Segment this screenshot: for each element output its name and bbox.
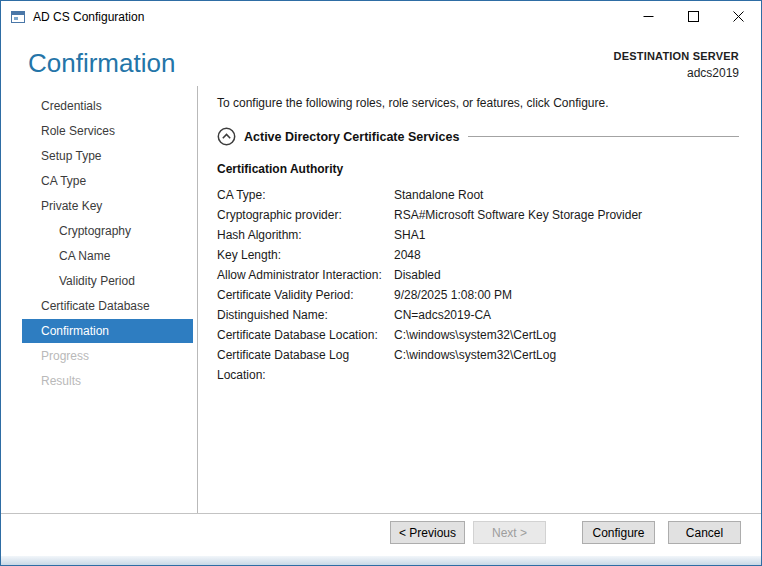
detail-value: C:\windows\system32\CertLog <box>394 345 739 385</box>
section-title: Active Directory Certificate Services <box>244 130 459 144</box>
wizard-footer: < PreviousNext >ConfigureCancel <box>1 513 761 556</box>
detail-row: CA Type:Standalone Root <box>217 185 739 205</box>
detail-value: CN=adcs2019-CA <box>394 305 739 325</box>
close-button[interactable] <box>716 1 761 32</box>
wizard-body: CredentialsRole ServicesSetup TypeCA Typ… <box>1 86 761 513</box>
detail-value: 2048 <box>394 245 739 265</box>
destination-server-label: DESTINATION SERVER <box>614 50 739 62</box>
configure-button[interactable]: Configure <box>582 521 655 544</box>
maximize-icon <box>688 11 699 22</box>
next-button: Next > <box>473 521 546 544</box>
intro-text: To configure the following roles, role s… <box>217 96 739 110</box>
detail-label: Key Length: <box>217 245 394 265</box>
main-content: To configure the following roles, role s… <box>198 86 761 513</box>
details-list: CA Type:Standalone RootCryptographic pro… <box>217 185 739 385</box>
footer-buttons: < PreviousNext >ConfigureCancel <box>390 521 741 544</box>
detail-label: Hash Algorithm: <box>217 225 394 245</box>
sidebar-item-credentials[interactable]: Credentials <box>1 94 193 118</box>
detail-value: 9/28/2025 1:08:00 PM <box>394 285 739 305</box>
sidebar-item-cryptography[interactable]: Cryptography <box>1 219 193 243</box>
detail-label: CA Type: <box>217 185 394 205</box>
server-name: adcs2019 <box>614 66 739 80</box>
wizard-header: Confirmation DESTINATION SERVER adcs2019 <box>1 32 761 86</box>
sidebar-item-validity-period[interactable]: Validity Period <box>1 269 193 293</box>
detail-label: Certificate Database Log Location: <box>217 345 394 385</box>
window-title: AD CS Configuration <box>33 10 626 24</box>
page-title: Confirmation <box>28 48 175 78</box>
sidebar-item-ca-type[interactable]: CA Type <box>1 169 193 193</box>
adcs-configuration-window: AD CS Configuration Confirmation DESTINA… <box>0 0 762 566</box>
detail-value: Disabled <box>394 265 739 285</box>
sidebar-nav: CredentialsRole ServicesSetup TypeCA Typ… <box>1 86 197 513</box>
detail-label: Certificate Validity Period: <box>217 285 394 305</box>
close-icon <box>733 11 744 22</box>
app-icon[interactable] <box>10 9 26 25</box>
sidebar-item-ca-name[interactable]: CA Name <box>1 244 193 268</box>
detail-row: Distinguished Name:CN=adcs2019-CA <box>217 305 739 325</box>
sidebar-item-private-key[interactable]: Private Key <box>1 194 193 218</box>
detail-row: Hash Algorithm:SHA1 <box>217 225 739 245</box>
title-bar: AD CS Configuration <box>1 1 761 32</box>
sidebar-item-role-services[interactable]: Role Services <box>1 119 193 143</box>
detail-row: Key Length:2048 <box>217 245 739 265</box>
chevron-up-icon <box>217 127 236 146</box>
destination-server-block: DESTINATION SERVER adcs2019 <box>614 48 739 80</box>
detail-value: Standalone Root <box>394 185 739 205</box>
cancel-button[interactable]: Cancel <box>668 521 741 544</box>
maximize-button[interactable] <box>671 1 716 32</box>
detail-row: Cryptographic provider:RSA#Microsoft Sof… <box>217 205 739 225</box>
detail-label: Certificate Database Location: <box>217 325 394 345</box>
sidebar-item-setup-type[interactable]: Setup Type <box>1 144 193 168</box>
sidebar-item-results: Results <box>1 369 193 393</box>
minimize-button[interactable] <box>626 1 671 32</box>
window-controls <box>626 1 761 32</box>
detail-value: RSA#Microsoft Software Key Storage Provi… <box>394 205 739 225</box>
subsection-title: Certification Authority <box>217 162 739 176</box>
previous-button[interactable]: < Previous <box>390 521 465 544</box>
window-bottom-edge <box>1 556 761 565</box>
detail-label: Cryptographic provider: <box>217 205 394 225</box>
detail-label: Allow Administrator Interaction: <box>217 265 394 285</box>
detail-value: SHA1 <box>394 225 739 245</box>
detail-row: Allow Administrator Interaction:Disabled <box>217 265 739 285</box>
detail-row: Certificate Database Location:C:\windows… <box>217 325 739 345</box>
sidebar-item-confirmation[interactable]: Confirmation <box>22 319 193 343</box>
sidebar-item-certificate-database[interactable]: Certificate Database <box>1 294 193 318</box>
collapse-section-button[interactable] <box>217 127 236 146</box>
section-header: Active Directory Certificate Services <box>217 127 739 146</box>
detail-row: Certificate Validity Period:9/28/2025 1:… <box>217 285 739 305</box>
detail-row: Certificate Database Log Location:C:\win… <box>217 345 739 385</box>
detail-label: Distinguished Name: <box>217 305 394 325</box>
sidebar-item-progress: Progress <box>1 344 193 368</box>
minimize-icon <box>643 11 654 22</box>
section-rule <box>468 136 739 137</box>
detail-value: C:\windows\system32\CertLog <box>394 325 739 345</box>
